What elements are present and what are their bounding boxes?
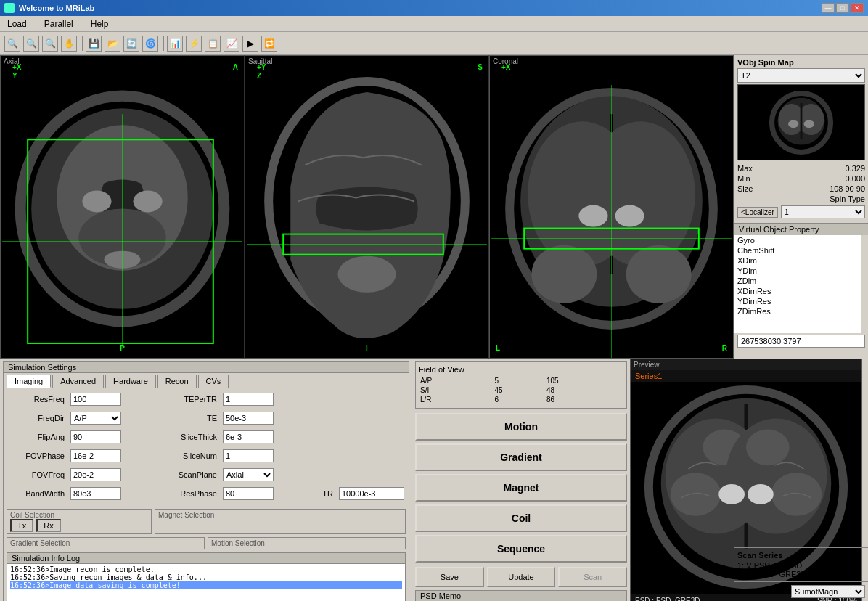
tr-input[interactable]: [339, 487, 404, 500]
sequence-button[interactable]: Sequence: [415, 535, 627, 563]
fovfreq-input[interactable]: [70, 468, 121, 481]
close-button[interactable]: ✕: [851, 3, 864, 13]
vobj-title: VObj Spin Map: [737, 58, 865, 67]
axial-x-label: +X: [12, 63, 22, 71]
vobj-item-ydim[interactable]: YDim: [734, 266, 861, 276]
vobj-scrollbar[interactable]: [861, 235, 868, 333]
svg-point-23: [578, 205, 607, 226]
tab-imaging[interactable]: Imaging: [7, 375, 51, 388]
vobj-size-row: Size 108 90 90: [737, 184, 865, 194]
scanplane-select[interactable]: Axial Sagittal Coronal: [223, 468, 274, 481]
scanplane-label: ScanPlane: [159, 470, 217, 479]
gradient-selection: Gradient Selection: [7, 537, 205, 549]
axial-a-label: A: [233, 63, 238, 71]
tb-btn-refresh[interactable]: 🔄: [123, 36, 139, 52]
save-button[interactable]: Save: [415, 567, 484, 587]
tx-button[interactable]: Tx: [10, 519, 33, 532]
tab-advanced[interactable]: Advanced: [52, 375, 104, 388]
tb-btn-clip[interactable]: 📋: [205, 36, 221, 52]
vobj-info: Max 0.329 Min 0.000 Size 108 90 90 Spin …: [737, 163, 865, 204]
vobj-item-zdim[interactable]: ZDim: [734, 276, 861, 286]
preview-psd: PSD : PSD_GRE3D: [635, 597, 700, 601]
resfreq-input[interactable]: [70, 393, 121, 406]
tb-btn-grid[interactable]: 📊: [167, 36, 183, 52]
log-line-1: 16:52:36>Image recon is complete.: [10, 565, 402, 573]
series-name-2: PSD_GRE3D: [758, 570, 807, 578]
action-buttons: Motion Gradient Magnet Coil Sequence: [412, 410, 630, 565]
tb-btn-pan[interactable]: ✋: [61, 36, 77, 52]
gradient-title: Gradient Selection: [10, 539, 201, 547]
resfreq-label: ResFreq: [7, 395, 65, 404]
localizer-button[interactable]: <Localizer: [737, 207, 778, 218]
flipang-input[interactable]: [70, 430, 121, 443]
vobj-min-val: 0.000: [845, 174, 865, 183]
vobj-item-xdimres[interactable]: XDimRes: [734, 286, 861, 296]
vobj-select[interactable]: T2 T1 PD T2s: [737, 68, 865, 83]
tb-sep-2: [161, 36, 164, 51]
tb-btn-1[interactable]: 🔍: [4, 36, 20, 52]
tab-cvs[interactable]: CVs: [198, 375, 229, 388]
bandwidth-label: BandWidth: [7, 489, 65, 498]
coil-buttons: Tx Rx: [10, 519, 148, 532]
maximize-button[interactable]: □: [836, 3, 849, 13]
fovphase-input[interactable]: [70, 449, 121, 462]
vobj-item-zdimres[interactable]: ZDimRes: [734, 306, 861, 316]
tb-btn-chart[interactable]: 📈: [224, 36, 239, 52]
bandwidth-input[interactable]: [70, 487, 121, 500]
vobj-item-gyro[interactable]: Gyro: [734, 235, 861, 245]
motion-button[interactable]: Motion: [415, 413, 627, 441]
fov-table: A/P 5 105 S/I 45 48 L/R 6 86: [419, 375, 623, 405]
fov-lr-val1: 6: [495, 396, 545, 404]
menu-load[interactable]: Load: [4, 17, 30, 30]
svg-point-24: [615, 205, 644, 226]
right-sidebar: VObj Spin Map T2 T1 PD T2s: [734, 55, 868, 601]
spin-type-select[interactable]: 1 2: [781, 205, 865, 218]
vobj-min-row: Min 0.000: [737, 173, 865, 184]
preview-label: Preview: [634, 361, 660, 369]
tb-btn-play[interactable]: ▶: [242, 36, 258, 52]
slicethick-input[interactable]: [223, 430, 274, 443]
bottom-area: Simulation Settings Imaging Advanced Har…: [0, 359, 734, 601]
menu-parallel[interactable]: Parallel: [41, 17, 76, 30]
coil-button[interactable]: Coil: [415, 504, 627, 532]
tb-btn-open[interactable]: 📂: [105, 36, 120, 52]
slicenum-input[interactable]: [223, 449, 274, 462]
sim-tabs: Imaging Advanced Hardware Recon CVs: [4, 373, 409, 388]
fovphase-label: FOVPhase: [7, 451, 65, 460]
update-button[interactable]: Update: [487, 567, 556, 587]
fov-row-ap: A/P 5 105: [420, 377, 622, 385]
tb-btn-2[interactable]: 🔍: [23, 36, 39, 52]
vobj-item-chemshift[interactable]: ChemShift: [734, 245, 861, 255]
tb-btn-wave[interactable]: 🌀: [142, 36, 158, 52]
freqdir-label: FreqDir: [7, 414, 65, 422]
menu-help[interactable]: Help: [88, 17, 112, 30]
cor-x-label: +X: [501, 63, 511, 71]
tepertr-input[interactable]: [223, 393, 274, 406]
rx-button[interactable]: Rx: [36, 519, 60, 532]
tb-btn-loop[interactable]: 🔁: [261, 36, 277, 52]
magnet-button[interactable]: Magnet: [415, 474, 627, 502]
scan-button[interactable]: Scan: [558, 567, 627, 587]
minimize-button[interactable]: —: [822, 3, 835, 13]
te-input[interactable]: [223, 412, 274, 425]
svg-point-22: [586, 121, 695, 266]
vobj-item-ydimres[interactable]: YDimRes: [734, 296, 861, 306]
vobj-spin-type-label: Spin Type: [830, 195, 865, 203]
tab-hardware[interactable]: Hardware: [105, 375, 156, 388]
slicenum-label: SliceNum: [159, 451, 217, 460]
fov-si-val1: 45: [495, 386, 545, 394]
tb-btn-lightning[interactable]: ⚡: [186, 36, 202, 52]
axial-p-label: P: [120, 344, 125, 352]
tb-btn-3[interactable]: 🔍: [42, 36, 58, 52]
resphase-input[interactable]: [223, 487, 274, 500]
tb-btn-save[interactable]: 💾: [86, 36, 102, 52]
gradient-button[interactable]: Gradient: [415, 443, 627, 471]
channel-select[interactable]: SumofMagn Magnitude Phase Real Imaginary: [791, 585, 865, 598]
tab-recon[interactable]: Recon: [157, 375, 197, 388]
resphase-row: ResPhase: [159, 487, 311, 500]
channel-label: Channel #:: [737, 587, 788, 596]
tr-row: TR: [311, 487, 406, 500]
vobj-item-xdim[interactable]: XDim: [734, 255, 861, 266]
simulation-settings-panel: Simulation Settings Imaging Advanced Har…: [3, 361, 409, 601]
freqdir-select[interactable]: A/P S/I L/R: [70, 412, 121, 425]
